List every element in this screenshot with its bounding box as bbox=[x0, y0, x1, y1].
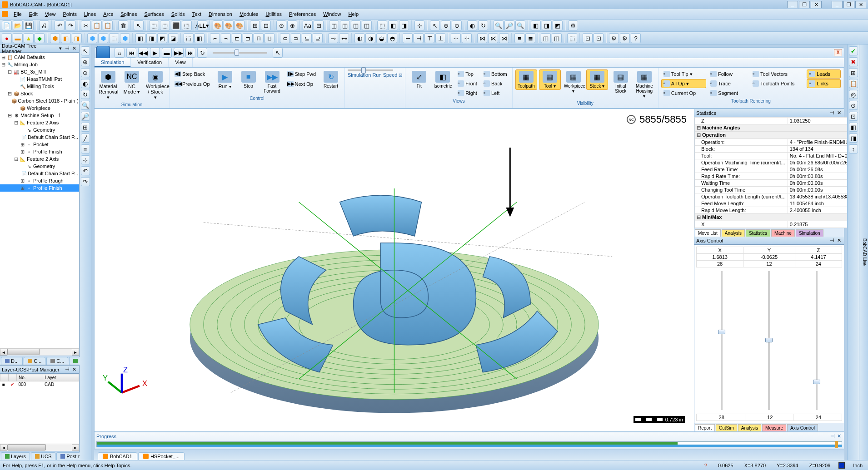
sim-tab-view[interactable]: View bbox=[169, 58, 193, 67]
rtool-btn[interactable]: ↕ bbox=[849, 144, 858, 153]
toolbar-btn[interactable]: ◆ bbox=[35, 33, 45, 43]
toolbar-btn[interactable]: ● bbox=[2, 33, 12, 43]
restart-button[interactable]: ↻Restart bbox=[320, 69, 342, 90]
toolbar-btn[interactable]: ↖ bbox=[134, 20, 144, 30]
sim-first-icon[interactable]: ⏮ bbox=[126, 48, 136, 58]
toolbar-btn[interactable]: ≣ bbox=[525, 33, 535, 43]
menu-surfaces[interactable]: Surfaces bbox=[140, 10, 167, 18]
tree-item[interactable]: 📦Workpiece bbox=[0, 104, 79, 112]
toolbar-btn[interactable]: 💾 bbox=[24, 20, 34, 30]
toolbar-btn[interactable]: ⊹ bbox=[462, 33, 472, 43]
side-tab[interactable]: D... bbox=[1, 357, 23, 365]
previous-op-button[interactable]: ◀◀Previous Op bbox=[172, 79, 212, 89]
menu-preferences[interactable]: Preferences bbox=[285, 10, 319, 18]
menu-lines[interactable]: Lines bbox=[80, 10, 100, 18]
sim-last-icon[interactable]: ⏭ bbox=[185, 48, 195, 58]
toolbar-btn[interactable]: ⬚ bbox=[567, 33, 577, 43]
toolbar-btn[interactable]: ◫ bbox=[351, 20, 361, 30]
toolbar-btn[interactable]: ⬢ bbox=[50, 33, 60, 43]
tree-item[interactable]: ⊞▫Profile Rough bbox=[0, 177, 79, 184]
toolbar-btn[interactable]: ⊡ bbox=[261, 20, 271, 30]
tree-item[interactable]: 📄HaasTM.MillPst bbox=[0, 75, 79, 83]
stats-tab-move-list[interactable]: Move List bbox=[695, 229, 721, 237]
nc-mode-button[interactable]: NCNC Mode ▾ bbox=[121, 69, 143, 96]
toolbar-btn[interactable]: ◫ bbox=[340, 20, 350, 30]
toolbar-btn[interactable]: ⊐ bbox=[243, 33, 253, 43]
axis-tab-axis-control[interactable]: Axis Control bbox=[787, 424, 818, 431]
sim-cube-icon[interactable] bbox=[96, 46, 110, 59]
vtool-btn[interactable]: ↖ bbox=[81, 46, 90, 55]
tree-item[interactable]: 📄Default Chain Start P... bbox=[0, 170, 79, 177]
toolbar-btn[interactable]: ↖ bbox=[430, 20, 440, 30]
sim-reset-icon[interactable]: ↻ bbox=[197, 48, 207, 58]
vtool-btn[interactable]: ⊹ bbox=[81, 155, 90, 164]
toolbar-btn[interactable]: ⊟ bbox=[314, 20, 324, 30]
stats-tab-simulation[interactable]: Simulation bbox=[796, 229, 823, 237]
toolbar-btn[interactable]: ⋊ bbox=[499, 33, 509, 43]
rtool-btn[interactable]: ◧ bbox=[849, 123, 858, 132]
toolbar-btn[interactable]: ⚙ bbox=[568, 20, 578, 30]
toolbar-btn[interactable]: ◐ bbox=[467, 20, 477, 30]
bottom-tab-layers[interactable]: Layers bbox=[1, 452, 30, 460]
toolbar-btn[interactable]: ⊷ bbox=[339, 33, 349, 43]
vtool-btn[interactable]: ⊕ bbox=[81, 57, 90, 66]
menu-modules[interactable]: Modules bbox=[236, 10, 262, 18]
vtool-btn[interactable]: ⊙ bbox=[81, 68, 90, 77]
tree-item[interactable]: ⊟📐Feature 2 Axis bbox=[0, 119, 79, 126]
left-view-button[interactable]: ▫Left bbox=[481, 89, 509, 98]
toolbar-btn[interactable]: ALL▾ bbox=[197, 20, 207, 30]
toolbar-btn[interactable]: 🔍 bbox=[515, 20, 525, 30]
bottom-view-button[interactable]: ▫Bottom bbox=[481, 69, 509, 79]
vtool-btn[interactable]: ⊞ bbox=[81, 123, 90, 132]
toolbar-btn[interactable]: ⊹ bbox=[414, 20, 424, 30]
toolbar-btn[interactable]: ⬢ bbox=[87, 33, 97, 43]
front-view-button[interactable]: ▫Front bbox=[455, 79, 479, 88]
step-fwd-button[interactable]: ▮▶Step Fwd bbox=[285, 69, 318, 79]
sim-cursor-icon[interactable]: ↖ bbox=[273, 48, 283, 58]
toolbar-btn[interactable]: 📋 bbox=[103, 20, 113, 30]
render-links[interactable]: ▫Links bbox=[807, 79, 841, 88]
side-tab[interactable]: C... bbox=[24, 357, 45, 365]
tree-item[interactable]: ↘Geometry bbox=[0, 126, 79, 134]
toolbar-btn[interactable]: 🎨 bbox=[234, 20, 244, 30]
menu-window[interactable]: Window bbox=[319, 10, 344, 18]
toolbar-btn[interactable]: 📄 bbox=[2, 20, 12, 30]
axis-tab-measure[interactable]: Measure bbox=[762, 424, 786, 431]
menu-file[interactable]: File bbox=[10, 10, 25, 18]
x-slider[interactable] bbox=[717, 271, 726, 410]
toolbar-btn[interactable]: ⚙ bbox=[620, 33, 630, 43]
minimize-inner-button[interactable]: _ bbox=[787, 1, 798, 8]
tree-item[interactable]: 📦Carbon Steel 1018 - Plain ( bbox=[0, 97, 79, 104]
rtool-btn[interactable]: ⊙ bbox=[849, 101, 858, 110]
toolbar-btn[interactable]: ⬚ bbox=[377, 20, 387, 30]
right-view-button[interactable]: ▫Right bbox=[455, 89, 479, 98]
stats-table[interactable]: Z1.031250Machine AnglesOperationOperatio… bbox=[694, 117, 868, 228]
tree-item[interactable]: 📄Default Chain Start P... bbox=[0, 134, 79, 141]
toolbar-btn[interactable]: ⊞ bbox=[250, 20, 260, 30]
toolbar-btn[interactable]: ◧ bbox=[61, 33, 71, 43]
toolbar-btn[interactable]: ⬚ bbox=[160, 20, 170, 30]
vis-initial-stock[interactable]: ▦Initial Stock bbox=[610, 69, 632, 95]
toolbar-btn[interactable]: 🔍 bbox=[494, 20, 504, 30]
toolbar-btn[interactable]: 🖨 bbox=[39, 20, 49, 30]
render-trace[interactable]: ▫Trace bbox=[708, 79, 748, 88]
rtool-btn[interactable]: ◎ bbox=[849, 90, 858, 99]
toolbar-btn[interactable]: ⊃ bbox=[291, 33, 301, 43]
toolbar-btn[interactable]: ⊢ bbox=[403, 33, 413, 43]
minimize-button[interactable]: _ bbox=[832, 1, 843, 8]
toolbar-btn[interactable]: ◒ bbox=[376, 33, 386, 43]
toolbar-btn[interactable]: ◑ bbox=[365, 33, 375, 43]
vtool-btn[interactable]: ↶ bbox=[81, 166, 90, 175]
toolbar-btn[interactable]: ? bbox=[631, 33, 641, 43]
toolbar-btn[interactable]: ◨ bbox=[146, 33, 156, 43]
rtool-btn[interactable]: ✔ bbox=[849, 46, 858, 55]
side-tab[interactable]: C... bbox=[46, 357, 68, 365]
progress-bar[interactable] bbox=[96, 441, 842, 447]
restore-button[interactable]: ❐ bbox=[843, 1, 854, 8]
toolbar-btn[interactable]: ◐ bbox=[354, 33, 364, 43]
render-leads[interactable]: ▫Leads bbox=[807, 69, 841, 79]
toolbar-btn[interactable]: ◩ bbox=[157, 33, 167, 43]
vtool-btn[interactable]: ↷ bbox=[81, 177, 90, 186]
stats-tab-statistics[interactable]: Statistics bbox=[746, 229, 770, 237]
toolbar-btn[interactable]: Aa bbox=[303, 20, 313, 30]
